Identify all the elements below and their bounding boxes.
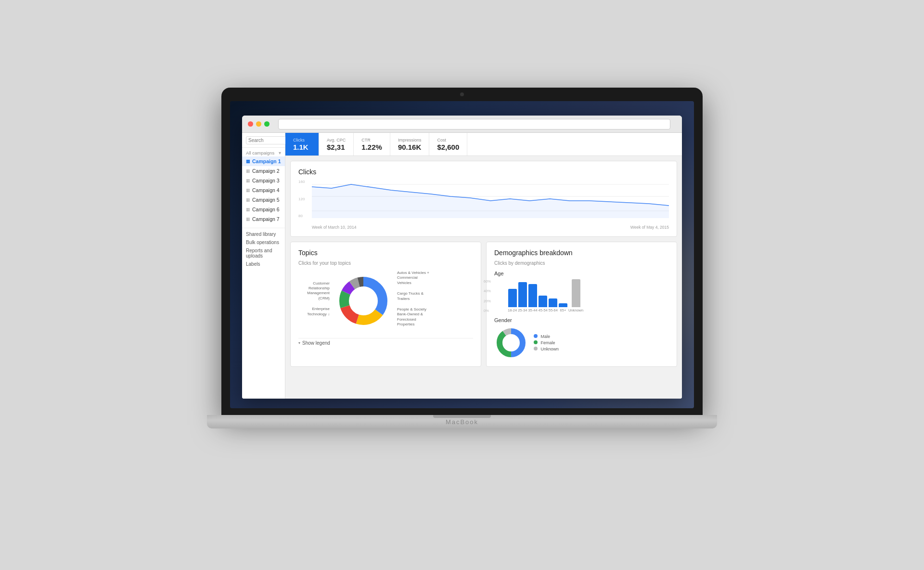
donut-area: Customer Relationship Management (CRM) E…: [298, 271, 473, 333]
stat-ctr[interactable]: CTR 1.22%: [354, 133, 390, 155]
chevron-down-icon: ▾: [298, 341, 300, 345]
stat-avg-cpc[interactable]: Avg. CPC $2,31: [319, 133, 354, 155]
age-bar-chart: Age 60% 40% 20% 0%: [494, 271, 669, 312]
stat-cost-label: Cost: [437, 138, 459, 142]
bar-25-34: 25-34: [518, 282, 527, 312]
bulk-operations-link[interactable]: Bulk operations: [242, 238, 285, 246]
shared-library-link[interactable]: Shared library: [242, 230, 285, 238]
topics-title: Topics: [298, 249, 473, 257]
demographics-card: Demographics breakdown Clicks by demogra…: [486, 242, 677, 367]
demographics-subtitle: Clicks by demographics: [494, 260, 669, 266]
svg-point-11: [350, 287, 377, 314]
bar-age-label: 55-64: [549, 308, 558, 312]
stat-cpc-value: $2,31: [327, 143, 346, 151]
sidebar-search-bar: 🔍 «: [242, 133, 285, 148]
gender-section: Gender: [494, 317, 669, 360]
sidebar: 🔍 « All campaigns ▾ ▦ Campaign 1 ▦: [242, 133, 285, 399]
legend-male: Male: [534, 334, 559, 339]
donut-label-cargo: Cargo Trucks & Trailers: [397, 291, 431, 301]
bar-35-44: 35-44: [528, 284, 537, 312]
screen: 🔍 « All campaigns ▾ ▦ Campaign 1 ▦: [230, 101, 694, 408]
gender-section-title: Gender: [494, 317, 669, 323]
bar-value: [518, 282, 527, 307]
bar-value: [549, 298, 557, 307]
bar-age-label: Unknown: [568, 308, 583, 312]
sidebar-item-campaign-3[interactable]: ▦ Campaign 3: [242, 176, 285, 185]
laptop-notch: [433, 415, 491, 418]
stat-impressions[interactable]: Impressions 90.16K: [390, 133, 430, 155]
app-body: 🔍 « All campaigns ▾ ▦ Campaign 1 ▦: [242, 133, 682, 399]
bar-value: [539, 296, 547, 307]
donut-label-bank: People & Society Bank-Owned & Foreclosed…: [397, 307, 431, 327]
legend-female: Female: [534, 340, 559, 345]
age-section-title: Age: [494, 271, 669, 276]
bar-y-labels: 60% 40% 20% 0%: [484, 279, 491, 313]
donut-right-labels: Autos & Vehicles + Commercial Vehicles C…: [397, 271, 431, 333]
sidebar-item-campaign-7[interactable]: ▦ Campaign 7: [242, 214, 285, 224]
gender-legend: Male Female: [534, 334, 559, 351]
browser-window: 🔍 « All campaigns ▾ ▦ Campaign 1 ▦: [242, 116, 682, 399]
donut-left-labels: Customer Relationship Management (CRM) E…: [298, 281, 330, 323]
sidebar-item-campaign-5[interactable]: ▦ Campaign 5: [242, 195, 285, 205]
stat-clicks-label: Clicks: [293, 138, 311, 142]
bar-value: [559, 303, 567, 307]
browser-toolbar: [242, 116, 682, 133]
unknown-dot: [534, 347, 538, 350]
male-dot: [534, 334, 538, 338]
charts-area: Clicks 160 120 80: [285, 156, 682, 372]
maximize-button[interactable]: [264, 121, 270, 127]
stat-clicks[interactable]: Clicks 1.1K: [285, 133, 319, 155]
screen-bezel: 🔍 « All campaigns ▾ ▦ Campaign 1 ▦: [221, 88, 703, 415]
sidebar-item-campaign-4[interactable]: ▦ Campaign 4: [242, 185, 285, 195]
url-bar[interactable]: [278, 119, 670, 130]
bar-value: [572, 279, 580, 307]
labels-link[interactable]: Labels: [242, 260, 285, 268]
bar-65-plus: 65+: [559, 303, 567, 312]
bar-age-label: 25-34: [518, 308, 527, 312]
bar-age-label: 65+: [560, 308, 566, 312]
campaign-icon: ▦: [246, 207, 250, 212]
bar-age-label: 18-24: [508, 308, 517, 312]
show-legend-button[interactable]: ▾ Show legend: [298, 338, 473, 348]
female-dot: [534, 340, 538, 344]
stat-impressions-label: Impressions: [398, 138, 422, 142]
stat-ctr-label: CTR: [361, 138, 382, 142]
stat-clicks-value: 1.1K: [293, 143, 311, 151]
stats-bar: Clicks 1.1K Avg. CPC $2,31 CTR 1.22%: [285, 133, 682, 156]
donut-label-crm: Customer Relationship Management (CRM): [298, 281, 330, 301]
campaign-icon: ▦: [246, 197, 250, 202]
line-chart: [312, 180, 669, 223]
clicks-chart-title: Clicks: [298, 168, 669, 176]
all-campaigns-label: All campaigns ▾: [242, 148, 285, 156]
reports-uploads-link[interactable]: Reports and uploads: [242, 246, 285, 260]
sidebar-item-campaign-1[interactable]: ▦ Campaign 1: [242, 156, 285, 166]
bar-unknown: Unknown: [568, 279, 583, 312]
legend-unknown: Unknown: [534, 347, 559, 351]
minimize-button[interactable]: [256, 121, 261, 127]
sidebar-item-campaign-6[interactable]: ▦ Campaign 6: [242, 205, 285, 214]
sidebar-item-campaign-2[interactable]: ▦ Campaign 2: [242, 166, 285, 176]
bar-age-label: 45-54: [539, 308, 548, 312]
donut-label-autos: Autos & Vehicles + Commercial Vehicles: [397, 271, 431, 285]
demographics-title: Demographics breakdown: [494, 249, 669, 257]
campaign-icon: ▦: [246, 217, 250, 221]
laptop: 🔍 « All campaigns ▾ ▦ Campaign 1 ▦: [207, 88, 717, 482]
bar-18-24: 18-24: [508, 289, 517, 312]
campaign-icon: ▦: [246, 178, 250, 183]
main-content: Clicks 1.1K Avg. CPC $2,31 CTR 1.22%: [285, 133, 682, 399]
x-axis-labels: Week of March 10, 2014 Week of May 4, 20…: [312, 225, 669, 230]
svg-marker-3: [312, 184, 669, 218]
bottom-charts-row: Topics Clicks for your top topics Custom…: [290, 242, 677, 367]
stat-cost-value: $2,600: [437, 143, 459, 151]
bar-value: [508, 289, 517, 307]
close-button[interactable]: [248, 121, 253, 127]
stat-cost[interactable]: Cost $2,600: [429, 133, 467, 155]
stat-cpc-label: Avg. CPC: [327, 138, 346, 142]
camera: [460, 92, 464, 96]
campaign-icon: ▦: [246, 159, 250, 164]
donut-label-enterprise: Enterprise Technology ↓: [298, 307, 330, 317]
topics-subtitle: Clicks for your top topics: [298, 260, 473, 266]
svg-point-15: [503, 335, 519, 351]
bar-45-54: 45-54: [539, 296, 548, 312]
stat-impressions-value: 90.16K: [398, 143, 422, 151]
